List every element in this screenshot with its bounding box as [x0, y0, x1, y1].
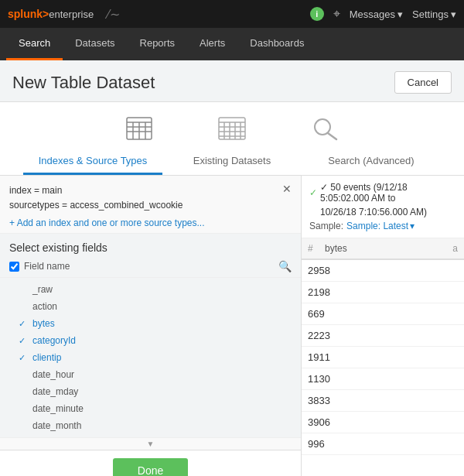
scroll-down-indicator[interactable]: ▼ — [0, 437, 301, 450]
logo-enterprise: enterprise — [49, 9, 94, 20]
page-header: New Table Dataset Cancel — [0, 60, 464, 102]
data-rows: 2958 2198 669 2223 1911 1130 383 — [302, 260, 464, 476]
data-row-4: 1911 — [302, 347, 464, 368]
tab-existing[interactable]: Existing Datasets — [162, 149, 302, 175]
field-label-date-mday: date_mday — [32, 386, 78, 397]
sample-label: Sample: — [309, 221, 343, 231]
data-cell-2: 669 — [308, 308, 325, 320]
field-label-bytes: bytes — [32, 318, 55, 329]
field-item-date-month[interactable]: date_month — [0, 417, 301, 434]
field-name-checkbox[interactable] — [9, 262, 19, 272]
events-text: ✓ 50 events (9/12/18 5:05:02.000 AM to — [320, 182, 456, 204]
topbar-actions: i ⌖ Messages ▾ Settings ▾ — [310, 7, 456, 21]
col-bytes-header: bytes — [325, 243, 442, 254]
data-cell-7: 3906 — [308, 416, 330, 428]
nav-item-reports[interactable]: Reports — [128, 28, 188, 60]
data-row-1: 2198 — [302, 282, 464, 303]
events-text2: 10/26/18 7:10:56.000 AM) — [309, 207, 456, 217]
tab-icon-existing[interactable] — [217, 115, 247, 142]
tabs-section: Indexes & Source Types Existing Datasets… — [0, 102, 464, 176]
col-num-header: # — [308, 243, 322, 254]
close-filter-button[interactable]: ✕ — [282, 183, 292, 194]
add-index-link[interactable]: + Add an index and one or more source ty… — [9, 217, 205, 228]
nav-bar: Search Datasets Reports Alerts Dashboard… — [0, 28, 464, 60]
data-cell-8: 996 — [308, 438, 325, 450]
data-cell-4: 1911 — [308, 351, 330, 363]
nav-item-alerts[interactable]: Alerts — [187, 28, 237, 60]
sample-row: Sample: Sample: Latest ▾ — [309, 221, 456, 231]
top-bar: splunk> enterprise ⁄∼ i ⌖ Messages ▾ Set… — [0, 0, 464, 28]
data-cell-3: 2223 — [308, 330, 330, 341]
field-item-date-hour[interactable]: date_hour — [0, 366, 301, 383]
edit-icon[interactable]: ⁄∼ — [107, 7, 120, 22]
left-panel: index = main sourcetypes = access_combin… — [0, 176, 302, 476]
content-area: index = main sourcetypes = access_combin… — [0, 176, 464, 476]
data-table: # bytes a 2958 2198 669 2223 1911 — [302, 238, 464, 476]
data-cell-5: 1130 — [308, 373, 330, 385]
field-item-clientip[interactable]: ✓ clientip — [0, 349, 301, 366]
data-row-8: 996 — [302, 433, 464, 455]
field-label-clientip: clientip — [32, 352, 61, 363]
data-row-3: 2223 — [302, 325, 464, 347]
nav-item-datasets[interactable]: Datasets — [63, 28, 127, 60]
field-item-categoryid[interactable]: ✓ categoryId — [0, 332, 301, 349]
done-area: Done — [0, 450, 301, 476]
logo-splunk: splunk> — [8, 8, 49, 20]
field-search-icon[interactable]: 🔍 — [278, 260, 292, 272]
logo: splunk> enterprise — [8, 8, 94, 20]
tab-search-advanced[interactable]: Search (Advanced) — [302, 149, 441, 175]
field-label-action: action — [32, 301, 57, 312]
data-cell-6: 3833 — [308, 395, 330, 406]
tab-icon-indexes[interactable] — [124, 115, 155, 142]
check-mark-bytes: ✓ — [19, 319, 28, 329]
col-extra-header: a — [442, 243, 458, 254]
data-row-2: 669 — [302, 303, 464, 325]
field-item-date-mday[interactable]: date_mday — [0, 383, 301, 400]
right-header: ✓ ✓ 50 events (9/12/18 5:05:02.000 AM to… — [302, 176, 464, 238]
tab-icon-search-advanced[interactable] — [309, 115, 340, 142]
tab-indexes[interactable]: Indexes & Source Types — [23, 149, 162, 175]
cancel-button[interactable]: Cancel — [394, 71, 452, 94]
sample-chevron-icon: ▾ — [410, 221, 415, 231]
index-filter: index = main — [9, 183, 183, 198]
field-item-action[interactable]: action — [0, 298, 301, 315]
tab-labels: Indexes & Source Types Existing Datasets… — [0, 149, 464, 175]
table-header: # bytes a — [302, 238, 464, 260]
settings-dropdown[interactable]: Settings ▾ — [412, 9, 456, 20]
info-icon[interactable]: i — [310, 7, 324, 21]
field-label-categoryid: categoryId — [32, 335, 76, 346]
svg-line-17 — [328, 133, 336, 139]
fields-section: Select existing fields Field name 🔍 — [0, 234, 301, 278]
field-item-raw[interactable]: _raw — [0, 281, 301, 298]
field-list[interactable]: _raw action ✓ bytes ✓ categoryId ✓ clien… — [0, 278, 301, 437]
filter-area: index = main sourcetypes = access_combin… — [0, 176, 301, 234]
data-row-7: 3906 — [302, 412, 464, 433]
data-row-5: 1130 — [302, 368, 464, 390]
sample-latest-dropdown[interactable]: Sample: Latest ▾ — [346, 221, 415, 231]
field-label-date-minute: date_minute — [32, 403, 84, 414]
nav-item-dashboards[interactable]: Dashboards — [237, 28, 316, 60]
field-label-date-hour: date_hour — [32, 369, 74, 380]
sourcetypes-filter: sourcetypes = access_combined_wcookie — [9, 198, 183, 213]
bookmark-icon[interactable]: ⌖ — [333, 7, 340, 21]
field-label-raw: _raw — [32, 284, 53, 295]
field-item-bytes[interactable]: ✓ bytes — [0, 315, 301, 332]
page-title: New Table Dataset — [12, 73, 155, 93]
field-name-checkbox-row: Field name — [9, 261, 70, 272]
field-name-label: Field name — [24, 261, 70, 272]
data-cell-0: 2958 — [308, 265, 330, 276]
check-mark-categoryid: ✓ — [19, 336, 28, 346]
messages-dropdown[interactable]: Messages ▾ — [350, 9, 403, 20]
nav-item-search[interactable]: Search — [6, 28, 63, 60]
done-button[interactable]: Done — [113, 458, 188, 476]
events-check-icon: ✓ — [309, 187, 317, 198]
check-mark-clientip: ✓ — [19, 353, 28, 363]
data-row-6: 3833 — [302, 390, 464, 412]
tab-icons — [0, 102, 464, 149]
field-label-date-month: date_month — [32, 420, 81, 431]
fields-title: Select existing fields — [9, 241, 292, 254]
data-cell-1: 2198 — [308, 286, 330, 298]
field-item-date-minute[interactable]: date_minute — [0, 400, 301, 417]
data-row-0: 2958 — [302, 260, 464, 282]
right-panel: ✓ ✓ 50 events (9/12/18 5:05:02.000 AM to… — [302, 176, 464, 476]
